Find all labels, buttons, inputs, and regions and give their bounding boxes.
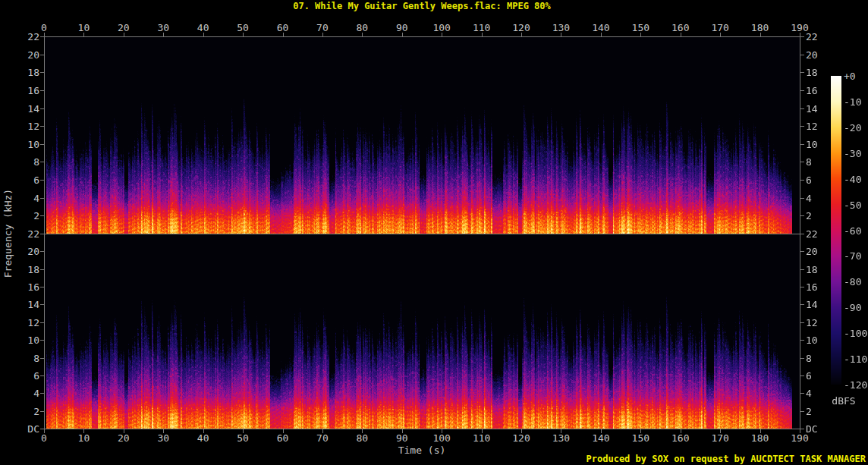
freq-tick-mark: [800, 72, 804, 73]
freq-tick-label: 10: [806, 335, 835, 345]
freq-tick-mark: [40, 287, 44, 287]
freq-tick-mark: [40, 304, 44, 305]
freq-tick-label: 16: [11, 86, 39, 96]
freq-tick-mark: [40, 36, 44, 37]
freq-tick-label: 20: [806, 50, 835, 60]
time-tick-label: 160: [665, 23, 696, 33]
freq-tick-mark: [800, 411, 804, 412]
colorbar-unit-label: dBFS: [826, 395, 862, 407]
freq-tick-mark: [40, 180, 44, 181]
time-tick-label: 110: [467, 23, 497, 33]
freq-tick-label: 2: [11, 211, 39, 221]
freq-tick-label: 6: [806, 175, 835, 185]
freq-tick-label: 6: [806, 371, 835, 381]
freq-tick-label: 14: [806, 300, 835, 309]
time-tick-label: 70: [307, 433, 338, 443]
freq-tick-label: 4: [806, 193, 835, 203]
freq-tick-label: 20: [806, 247, 835, 256]
freq-tick-label: 10: [806, 140, 835, 149]
time-tick-label: 10: [68, 433, 99, 443]
credit-text: Produced by SOX on request by AUCDTECT T…: [587, 454, 866, 464]
freq-tick-mark: [40, 429, 44, 429]
freq-tick-mark: [800, 90, 804, 91]
time-tick-label: 50: [228, 433, 258, 443]
freq-tick-mark: [800, 36, 804, 37]
freq-tick-mark: [800, 251, 804, 252]
freq-tick-mark: [40, 215, 44, 216]
time-tick-label: 90: [387, 23, 417, 33]
time-tick-label: 60: [268, 23, 298, 33]
freq-tick-label: 14: [11, 104, 39, 114]
colorbar-tick-label: -50: [844, 200, 868, 210]
freq-tick-label: 2: [806, 407, 835, 416]
freq-tick-mark: [40, 393, 44, 394]
time-tick-label: 30: [148, 23, 178, 33]
freq-tick-label: 16: [806, 282, 835, 292]
time-tick-label: 130: [546, 23, 576, 33]
time-tick-label: 160: [665, 433, 696, 443]
freq-tick-label: 2: [806, 211, 835, 221]
time-tick-label: 90: [387, 433, 417, 443]
freq-tick-mark: [800, 375, 804, 376]
time-tick-label: 170: [705, 23, 735, 33]
panel-border: [44, 234, 800, 234]
freq-tick-mark: [40, 234, 44, 234]
time-tick-label: 120: [506, 433, 536, 443]
freq-tick-mark: [40, 162, 44, 162]
freq-tick-label: 2: [11, 407, 39, 416]
freq-tick-mark: [800, 358, 804, 359]
spectrogram-window: 07. While My Guitar Gently Weeps.flac: M…: [0, 0, 868, 465]
freq-tick-label: 18: [806, 68, 835, 77]
freq-tick-mark: [800, 144, 804, 145]
freq-tick-label: 12: [11, 318, 39, 328]
freq-tick-mark: [40, 375, 44, 376]
time-tick-label: 20: [108, 433, 139, 443]
freq-tick-label: 14: [11, 300, 39, 309]
spectrogram-canvas-right-channel: [45, 234, 800, 429]
freq-tick-mark: [800, 393, 804, 394]
freq-tick-label: 8: [806, 157, 835, 167]
colorbar-tick-label: -40: [844, 174, 868, 184]
page-title: 07. While My Guitar Gently Weeps.flac: M…: [44, 1, 800, 11]
time-tick-label: 150: [625, 23, 656, 33]
colorbar-tick-label: -80: [844, 277, 868, 287]
time-tick-label: 120: [506, 23, 536, 33]
panel-border: [800, 36, 800, 429]
freq-tick-label: 22: [806, 32, 835, 42]
colorbar-tick-label: -90: [844, 303, 868, 313]
freq-tick-mark: [800, 198, 804, 199]
colorbar-tick-label: -110: [844, 354, 868, 364]
freq-tick-mark: [40, 90, 44, 91]
freq-tick-label: 4: [11, 388, 39, 398]
colorbar-tick-label: -30: [844, 149, 868, 159]
colorbar-tick-label: -60: [844, 226, 868, 236]
freq-tick-label: 18: [11, 265, 39, 275]
freq-tick-mark: [800, 234, 804, 234]
freq-tick-mark: [40, 251, 44, 252]
freq-tick-label: 22: [11, 229, 39, 239]
time-tick-label: 140: [586, 433, 616, 443]
time-tick-label: 140: [586, 23, 616, 33]
freq-tick-label: 20: [11, 247, 39, 256]
freq-tick-label: 10: [11, 335, 39, 345]
time-tick-label: 80: [347, 23, 377, 33]
time-tick-label: 10: [68, 23, 99, 33]
freq-tick-mark: [40, 322, 44, 323]
freq-tick-mark: [800, 340, 804, 341]
time-tick-label: 180: [745, 433, 775, 443]
colorbar-tick-label: -10: [844, 97, 868, 107]
colorbar-tick-label: -100: [844, 328, 868, 338]
freq-tick-label: 12: [11, 121, 39, 131]
time-tick-label: 150: [625, 433, 656, 443]
panel-border: [44, 36, 45, 429]
freq-tick-mark: [800, 126, 804, 127]
freq-tick-label: DC: [11, 424, 39, 434]
freq-tick-mark: [40, 358, 44, 359]
colorbar-tick-label: -120: [844, 380, 868, 390]
colorbar-tick-label: -70: [844, 251, 868, 261]
freq-tick-label: 12: [806, 318, 835, 328]
freq-tick-label: 6: [11, 175, 39, 185]
freq-tick-mark: [40, 126, 44, 127]
freq-tick-label: 6: [11, 371, 39, 381]
freq-tick-mark: [800, 162, 804, 162]
